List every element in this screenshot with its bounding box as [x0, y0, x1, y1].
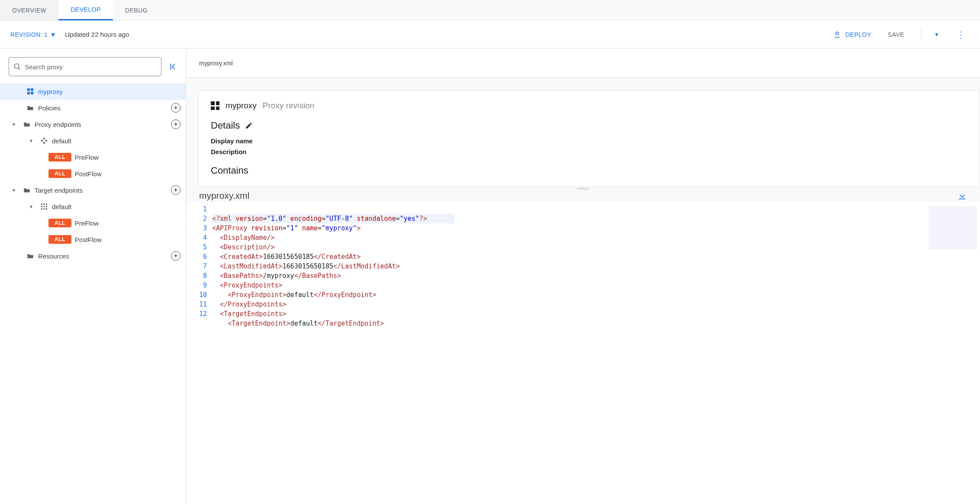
- deploy-icon: [833, 31, 841, 39]
- svg-rect-11: [41, 204, 42, 205]
- caret-down-icon: ▼: [26, 204, 36, 209]
- tree-root-myproxy[interactable]: myproxy: [0, 83, 186, 100]
- svg-rect-6: [31, 92, 33, 94]
- main-panel: myproxy.xml myproxy Proxy revision Detai…: [186, 48, 980, 504]
- contains-heading: Contains: [211, 165, 967, 176]
- display-name-label: Display name: [211, 137, 967, 145]
- svg-rect-10: [43, 142, 45, 144]
- subheader: REVISION: 1 ▼ Updated 22 hours ago DEPLO…: [0, 21, 980, 48]
- breadcrumb-file: myproxy.xml: [186, 48, 980, 78]
- folder-icon: [23, 187, 31, 193]
- tree-label: PostFlow: [75, 170, 181, 178]
- svg-rect-5: [27, 92, 30, 94]
- tree-label: Target endpoints: [35, 187, 168, 194]
- svg-rect-3: [27, 88, 30, 91]
- endpoint-icon: [40, 138, 48, 144]
- divider: [921, 29, 921, 41]
- svg-rect-12: [44, 204, 45, 205]
- grid-icon: [26, 88, 35, 94]
- caret-down-icon: ▼: [9, 188, 19, 193]
- updated-text: Updated 22 hours ago: [65, 31, 129, 38]
- folder-icon: [26, 253, 35, 259]
- all-badge: ALL: [48, 219, 71, 227]
- tab-develop[interactable]: DEVELOP: [58, 0, 113, 20]
- editor-header: myproxy.xml: [186, 187, 980, 203]
- tree-label: Proxy endpoints: [35, 121, 168, 128]
- tree-label: PostFlow: [75, 236, 181, 243]
- revision-dropdown[interactable]: REVISION: 1 ▼: [10, 31, 56, 38]
- proxy-tree: myproxy Policies + ▼ Proxy endpoints + ▼: [0, 83, 186, 264]
- svg-rect-4: [31, 88, 33, 91]
- all-badge: ALL: [48, 235, 71, 244]
- search-box[interactable]: [9, 57, 161, 76]
- svg-rect-16: [46, 206, 47, 207]
- tree-pe-postflow[interactable]: ALL PostFlow: [0, 165, 186, 182]
- tab-overview[interactable]: OVERVIEW: [0, 0, 58, 20]
- svg-point-1: [14, 64, 19, 68]
- editor-title: myproxy.xml: [199, 191, 249, 201]
- svg-point-0: [836, 32, 838, 35]
- description-label: Description: [211, 148, 967, 155]
- proxy-card: myproxy Proxy revision Details Display n…: [198, 90, 980, 187]
- details-heading: Details: [211, 120, 240, 131]
- grid9-icon: [40, 204, 48, 210]
- search-icon: [13, 63, 21, 71]
- svg-rect-15: [44, 206, 45, 207]
- caret-down-icon: ▼: [26, 139, 36, 143]
- caret-down-icon: ▼: [50, 31, 56, 38]
- svg-rect-18: [44, 208, 45, 210]
- collapse-editor-icon[interactable]: [957, 191, 967, 200]
- tree-pe-preflow[interactable]: ALL PreFlow: [0, 149, 186, 165]
- sidebar: myproxy Policies + ▼ Proxy endpoints + ▼: [0, 48, 186, 504]
- svg-rect-13: [46, 204, 47, 205]
- add-icon[interactable]: +: [171, 103, 181, 113]
- drag-handle[interactable]: [577, 188, 589, 190]
- tab-bar: OVERVIEW DEVELOP DEBUG: [0, 0, 980, 21]
- folder-icon: [23, 121, 31, 127]
- save-button[interactable]: SAVE: [888, 31, 904, 38]
- tree-proxy-endpoints[interactable]: ▼ Proxy endpoints +: [0, 116, 186, 132]
- tree-policies[interactable]: Policies +: [0, 100, 186, 116]
- tree-target-endpoints[interactable]: ▼ Target endpoints +: [0, 182, 186, 198]
- svg-rect-9: [45, 139, 47, 142]
- svg-rect-8: [41, 139, 43, 142]
- search-input[interactable]: [25, 63, 157, 71]
- all-badge: ALL: [48, 153, 71, 162]
- more-menu-icon[interactable]: ⋮: [952, 29, 970, 40]
- tab-debug[interactable]: DEBUG: [113, 0, 160, 20]
- svg-rect-14: [41, 206, 42, 207]
- tree-label: Policies: [38, 104, 168, 112]
- tree-resources[interactable]: Resources +: [0, 248, 186, 264]
- svg-rect-7: [43, 138, 45, 140]
- add-icon[interactable]: +: [171, 251, 181, 261]
- save-menu-caret[interactable]: ▼: [930, 32, 944, 38]
- all-badge: ALL: [48, 169, 71, 178]
- code-editor[interactable]: 123456789101112 <?xml version="1.0" enco…: [186, 203, 980, 504]
- tree-te-postflow[interactable]: ALL PostFlow: [0, 231, 186, 248]
- deploy-button[interactable]: DEPLOY: [833, 31, 871, 39]
- tree-te-preflow[interactable]: ALL PreFlow: [0, 215, 186, 231]
- collapse-sidebar-icon[interactable]: [166, 59, 181, 74]
- add-icon[interactable]: +: [171, 185, 181, 195]
- proxy-subtitle: Proxy revision: [263, 101, 314, 110]
- tree-label: PreFlow: [75, 154, 181, 161]
- tree-label: Resources: [38, 252, 168, 260]
- svg-rect-19: [46, 208, 47, 210]
- svg-line-2: [18, 68, 20, 70]
- tree-pe-default[interactable]: ▼ default: [0, 132, 186, 149]
- deploy-label: DEPLOY: [845, 31, 871, 38]
- edit-icon[interactable]: [245, 122, 253, 129]
- tree-label: myproxy: [38, 88, 181, 95]
- tree-te-default[interactable]: ▼ default: [0, 198, 186, 215]
- add-icon[interactable]: +: [171, 120, 181, 129]
- proxy-icon: [211, 101, 219, 110]
- folder-icon: [26, 105, 35, 111]
- svg-rect-17: [41, 208, 42, 210]
- code-body[interactable]: <?xml version="1.0" encoding="UTF-8" sta…: [212, 203, 455, 504]
- minimap[interactable]: [929, 206, 977, 249]
- caret-down-icon: ▼: [9, 122, 19, 127]
- proxy-name: myproxy: [226, 101, 257, 110]
- tree-label: default: [52, 137, 181, 145]
- tree-label: PreFlow: [75, 220, 181, 227]
- revision-label: REVISION: 1: [10, 31, 48, 38]
